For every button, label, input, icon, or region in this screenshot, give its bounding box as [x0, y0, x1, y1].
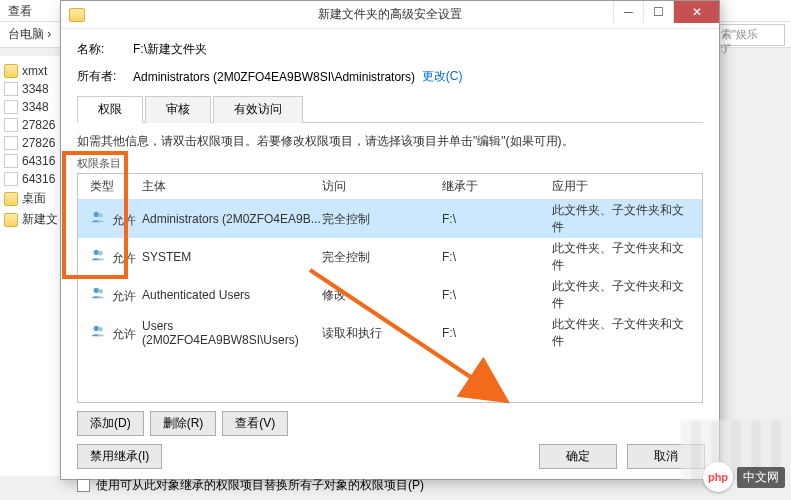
owner-label: 所有者: [77, 68, 133, 85]
user-icon [90, 286, 106, 300]
svg-point-4 [94, 287, 99, 292]
file-icon [4, 136, 18, 150]
row-apply: 此文件夹、子文件夹和文件 [552, 278, 694, 312]
titlebar[interactable]: 新建文件夹的高级安全设置 ─ ☐ ✕ [61, 1, 719, 29]
row-inherit: F:\ [442, 288, 552, 302]
disable-inherit-button[interactable]: 禁用继承(I) [77, 444, 162, 469]
name-value: F:\新建文件夹 [133, 41, 207, 58]
sidebar-item[interactable]: 27826 [2, 134, 58, 152]
row-apply: 此文件夹、子文件夹和文件 [552, 202, 694, 236]
watermark-logo: php [703, 462, 733, 492]
sidebar-item-label: 新建文 [22, 211, 58, 228]
dialog-title: 新建文件夹的高级安全设置 [318, 6, 462, 23]
sidebar-item-label: 64316 [22, 172, 55, 186]
replace-children-label: 使用可从此对象继承的权限项目替换所有子对象的权限项目(P) [96, 477, 424, 494]
sidebar-item-label: 27826 [22, 136, 55, 150]
explorer-sidebar: xmxt 3348 3348 27826 27826 64316 64316 桌… [0, 56, 60, 476]
row-access: 完全控制 [322, 211, 442, 228]
row-type: 允许 [112, 327, 136, 341]
row-principal: Users (2M0ZFO4EA9BW8SI\Users) [142, 319, 322, 347]
name-label: 名称: [77, 41, 133, 58]
sidebar-item-label: xmxt [22, 64, 47, 78]
file-icon [4, 154, 18, 168]
svg-point-5 [98, 289, 102, 293]
entries-label: 权限条目 [77, 156, 703, 171]
header-principal[interactable]: 主体 [142, 178, 322, 195]
user-icon [90, 248, 106, 262]
sidebar-item[interactable]: 3348 [2, 80, 58, 98]
file-icon [4, 100, 18, 114]
sidebar-item-label: 3348 [22, 82, 49, 96]
header-type[interactable]: 类型 [86, 178, 142, 195]
change-owner-link[interactable]: 更改(C) [422, 68, 463, 85]
user-icon [90, 210, 106, 224]
sidebar-item-label: 27826 [22, 118, 55, 132]
minimize-button[interactable]: ─ [613, 1, 643, 23]
header-apply[interactable]: 应用于 [552, 178, 694, 195]
permission-list: 类型 主体 访问 继承于 应用于 允许 Administrators (2M0Z… [77, 173, 703, 403]
tab-strip: 权限 审核 有效访问 [77, 95, 703, 123]
row-apply: 此文件夹、子文件夹和文件 [552, 240, 694, 274]
row-inherit: F:\ [442, 250, 552, 264]
toolbar-view-label[interactable]: 查看 [8, 4, 32, 18]
row-access: 读取和执行 [322, 325, 442, 342]
advanced-security-dialog: 新建文件夹的高级安全设置 ─ ☐ ✕ 名称: F:\新建文件夹 所有者: Adm… [60, 0, 720, 480]
sidebar-item[interactable]: 64316 [2, 152, 58, 170]
row-access: 修改 [322, 287, 442, 304]
sidebar-item-label: 64316 [22, 154, 55, 168]
maximize-button[interactable]: ☐ [643, 1, 673, 23]
remove-button[interactable]: 删除(R) [150, 411, 217, 436]
sidebar-item[interactable]: 3348 [2, 98, 58, 116]
file-icon [4, 118, 18, 132]
svg-point-0 [94, 211, 99, 216]
svg-point-2 [94, 249, 99, 254]
sidebar-item[interactable]: 64316 [2, 170, 58, 188]
row-type: 允许 [112, 289, 136, 303]
permission-row[interactable]: 允许 Administrators (2M0ZFO4EA9B... 完全控制 F… [78, 200, 702, 238]
svg-point-3 [98, 251, 102, 255]
add-button[interactable]: 添加(D) [77, 411, 144, 436]
view-button[interactable]: 查看(V) [222, 411, 288, 436]
row-apply: 此文件夹、子文件夹和文件 [552, 316, 694, 350]
folder-icon [69, 8, 85, 22]
owner-value: Administrators (2M0ZFO4EA9BW8SI\Administ… [133, 70, 415, 84]
tab-auditing[interactable]: 审核 [145, 96, 211, 123]
header-access[interactable]: 访问 [322, 178, 442, 195]
watermark-text: 中文网 [737, 467, 785, 488]
sidebar-item-label: 桌面 [22, 190, 46, 207]
file-icon [4, 82, 18, 96]
row-type: 允许 [112, 213, 136, 227]
row-inherit: F:\ [442, 212, 552, 226]
info-text: 如需其他信息，请双击权限项目。若要修改权限项目，请选择该项目并单击"编辑"(如果… [77, 133, 703, 150]
row-access: 完全控制 [322, 249, 442, 266]
sidebar-item-label: 3348 [22, 100, 49, 114]
permission-row[interactable]: 允许 SYSTEM 完全控制 F:\ 此文件夹、子文件夹和文件 [78, 238, 702, 276]
svg-point-6 [94, 325, 99, 330]
svg-point-7 [98, 327, 102, 331]
sidebar-item[interactable]: xmxt [2, 62, 58, 80]
file-icon [4, 172, 18, 186]
sidebar-item[interactable]: 桌面 [2, 188, 58, 209]
header-inherit[interactable]: 继承于 [442, 178, 552, 195]
permission-header: 类型 主体 访问 继承于 应用于 [78, 174, 702, 200]
tab-effective-access[interactable]: 有效访问 [213, 96, 303, 123]
watermark: php 中文网 [703, 462, 785, 492]
row-inherit: F:\ [442, 326, 552, 340]
user-icon [90, 324, 106, 338]
permission-row[interactable]: 允许 Users (2M0ZFO4EA9BW8SI\Users) 读取和执行 F… [78, 314, 702, 352]
sidebar-item[interactable]: 新建文 [2, 209, 58, 230]
replace-children-checkbox[interactable] [77, 479, 90, 492]
folder-icon [4, 192, 18, 206]
row-principal: Administrators (2M0ZFO4EA9B... [142, 212, 322, 226]
breadcrumb-text: 台电脑 › [8, 27, 51, 41]
row-principal: SYSTEM [142, 250, 322, 264]
row-type: 允许 [112, 251, 136, 265]
svg-point-1 [98, 213, 102, 217]
tab-permissions[interactable]: 权限 [77, 96, 143, 123]
sidebar-item[interactable]: 27826 [2, 116, 58, 134]
close-button[interactable]: ✕ [673, 1, 719, 23]
folder-icon [4, 213, 18, 227]
folder-icon [4, 64, 18, 78]
ok-button[interactable]: 确定 [539, 444, 617, 469]
permission-row[interactable]: 允许 Authenticated Users 修改 F:\ 此文件夹、子文件夹和… [78, 276, 702, 314]
